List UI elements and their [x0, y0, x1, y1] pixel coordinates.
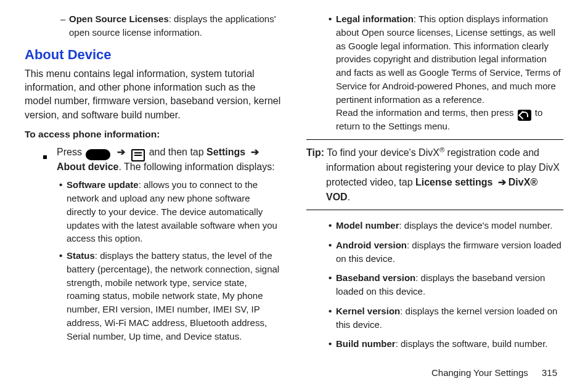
square-bullet-icon	[43, 145, 57, 163]
back-key-icon	[518, 110, 531, 121]
arrow-icon: ➔	[498, 177, 506, 187]
access-heading: To access phone information:	[25, 127, 282, 141]
press-post: . The following information displays:	[118, 161, 274, 172]
press-step: Press ➔ and then tap Settings ➔ About de…	[43, 145, 282, 174]
android-title: Android version	[336, 240, 407, 250]
bullet-icon: •	[329, 304, 336, 332]
software-update-title: Software update	[67, 179, 139, 190]
kernel-item: • Kernel version: displays the kernel ve…	[329, 304, 563, 332]
legal-item: • Legal information: This option display…	[329, 12, 563, 133]
baseband-item: • Baseband version: displays the baseban…	[329, 271, 563, 298]
page-footer: Changing Your Settings 315	[431, 366, 557, 380]
home-key-icon	[86, 149, 110, 160]
build-item: • Build number: displays the software, b…	[329, 337, 563, 351]
section-heading-about-device: About Device	[25, 44, 282, 65]
tip-bold1: License settings	[415, 177, 496, 187]
tip-end: .	[348, 192, 350, 202]
page-number: 315	[542, 367, 557, 378]
dash-icon: –	[60, 12, 69, 39]
open-source-title: Open Source Licenses	[69, 14, 169, 24]
kernel-title: Kernel version	[336, 306, 400, 316]
page-columns: – Open Source Licenses: displays the app…	[25, 12, 563, 357]
settings-label: Settings	[206, 147, 245, 157]
bullet-icon: •	[59, 249, 67, 343]
bullet-icon: •	[329, 271, 336, 298]
menu-key-icon	[131, 149, 145, 161]
bullet-icon: •	[329, 239, 336, 266]
baseband-title: Baseband version	[336, 272, 415, 283]
press-mid: and then tap	[146, 147, 206, 157]
press-pre: Press	[57, 147, 84, 157]
model-desc: : displays the device's model number.	[399, 220, 553, 231]
software-update-item: • Software update: allows you to connect…	[59, 178, 282, 245]
status-desc: : displays the battery status, the level…	[67, 250, 279, 341]
tip-block: Tip: To find your device's DivX® registr…	[306, 139, 563, 210]
right-column: • Legal information: This option display…	[306, 12, 563, 357]
bullet-icon: •	[59, 178, 67, 245]
arrow-icon: ➔	[117, 147, 125, 157]
about-device-label: About device	[57, 161, 118, 172]
android-item: • Android version: displays the firmware…	[329, 239, 563, 266]
tip-line1: To find your device's DivX	[324, 147, 439, 158]
open-source-item: – Open Source Licenses: displays the app…	[60, 12, 282, 39]
model-title: Model number	[336, 220, 399, 231]
tip-label: Tip:	[306, 147, 324, 158]
bullet-icon: •	[329, 12, 336, 133]
left-column: – Open Source Licenses: displays the app…	[25, 12, 282, 357]
legal-title: Legal information	[336, 14, 414, 24]
about-device-intro: This menu contains legal information, sy…	[25, 67, 282, 123]
model-item: • Model number: displays the device's mo…	[329, 219, 563, 232]
legal-desc: : This option displays information about…	[336, 14, 561, 105]
bullet-icon: •	[329, 337, 336, 351]
tip-sup: ®	[439, 146, 444, 153]
status-title: Status	[67, 250, 95, 261]
build-desc: : displays the software, build number.	[396, 338, 548, 349]
status-item: • Status: displays the battery status, t…	[59, 249, 282, 343]
build-title: Build number	[336, 338, 396, 349]
footer-label: Changing Your Settings	[431, 367, 528, 378]
legal-read-pre: Read the information and terms, then pre…	[336, 107, 517, 118]
bullet-icon: •	[329, 219, 336, 232]
arrow-icon: ➔	[251, 147, 259, 157]
